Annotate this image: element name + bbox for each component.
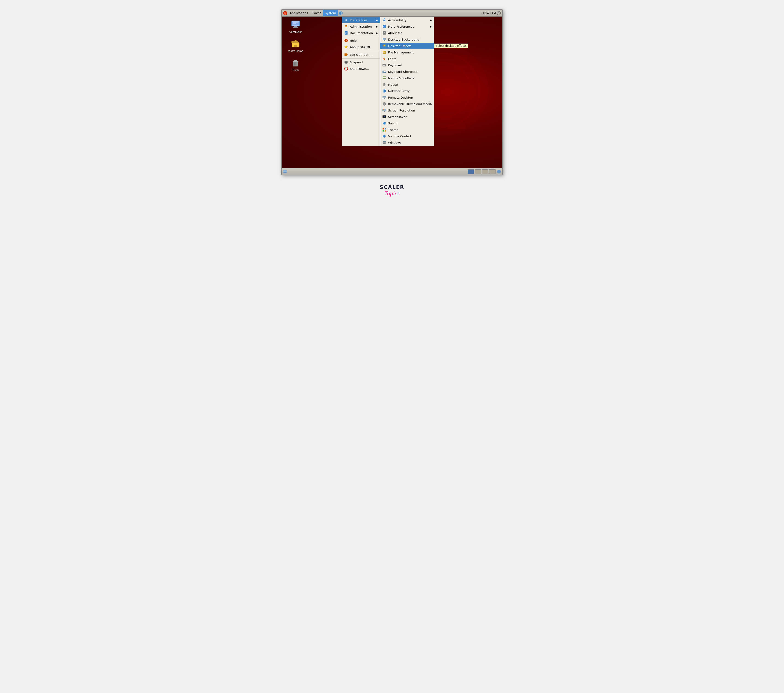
pref-sound[interactable]: Sound: [380, 120, 434, 126]
workspace-1-btn[interactable]: [468, 169, 474, 174]
separator-2: [342, 51, 380, 51]
svg-rect-27: [292, 41, 294, 43]
remote-desktop-icon: [382, 95, 387, 100]
suspend-label: Suspend: [350, 61, 378, 64]
pref-file-management[interactable]: File Management: [380, 49, 434, 56]
svg-rect-84: [385, 71, 385, 72]
svg-rect-83: [384, 71, 385, 72]
desktop-window: Applications Places System 10:49 AM: [281, 9, 503, 175]
pref-network-proxy[interactable]: Network Proxy: [380, 88, 434, 94]
system-menu-item-preferences[interactable]: Preferences ▶: [342, 17, 380, 23]
pref-about-me[interactable]: About Me: [380, 30, 434, 36]
fonts-label: Fonts: [388, 57, 432, 61]
pref-screen-resolution[interactable]: Screen Resolution: [380, 107, 434, 113]
trash-icon-img: [290, 57, 301, 68]
places-menu-btn[interactable]: Places: [310, 10, 323, 16]
remote-desktop-label: Remote Desktop: [388, 96, 432, 99]
gnome-foot-icon: [283, 11, 288, 16]
desktop-effects-label: Desktop Effects: [388, 44, 432, 48]
system-menu-item-shutdown[interactable]: Shut Down...: [342, 66, 380, 72]
help-label: Help: [350, 39, 378, 43]
pref-menus-toolbars[interactable]: Menus & Toolbars: [380, 75, 434, 81]
svg-rect-98: [384, 99, 385, 99]
keyboard-shortcuts-icon: [382, 69, 387, 74]
system-menu-item-help[interactable]: ? Help: [342, 37, 380, 44]
svg-rect-29: [293, 61, 298, 62]
documentation-label: Documentation: [350, 31, 373, 35]
workspace-switcher: [468, 169, 501, 174]
pref-fonts[interactable]: A a Fonts: [380, 56, 434, 62]
fonts-icon: A a: [382, 56, 387, 61]
system-menu-item-suspend[interactable]: Suspend: [342, 59, 380, 66]
pref-theme[interactable]: Theme: [380, 126, 434, 133]
taskbar-bottom: [282, 168, 502, 175]
taskbar-right-side: 10:49 AM: [483, 11, 502, 15]
preferences-arrow: ▶: [376, 19, 378, 21]
svg-rect-63: [383, 38, 385, 40]
system-menu-item-administration[interactable]: Administration ▶: [342, 23, 380, 30]
shutdown-icon: [344, 66, 348, 71]
svg-rect-112: [384, 118, 385, 118]
documentation-arrow: ▶: [376, 32, 378, 34]
svg-rect-78: [385, 65, 385, 65]
preferences-submenu: Accessibility ▶ More Preferences ▶: [380, 16, 434, 146]
pref-desktop-effects[interactable]: Desktop Effects Select desktop effects: [380, 43, 434, 49]
pref-screensaver[interactable]: Screensaver: [380, 113, 434, 120]
pref-volume-control[interactable]: Volume Control: [380, 133, 434, 140]
trash-icon[interactable]: Trash: [287, 57, 305, 72]
pref-mouse[interactable]: Mouse: [380, 81, 434, 88]
svg-point-61: [384, 32, 385, 33]
home-folder-icon[interactable]: root's Home: [287, 38, 305, 53]
system-menu-item-about-gnome[interactable]: About GNOME: [342, 44, 380, 50]
svg-rect-76: [384, 65, 384, 65]
system-menu-item-logout[interactable]: Log Out root...: [342, 51, 380, 58]
svg-text:?: ?: [346, 39, 347, 42]
about-gnome-label: About GNOME: [350, 45, 378, 49]
pref-accessibility[interactable]: Accessibility ▶: [380, 17, 434, 23]
pref-desktop-background[interactable]: Desktop Background: [380, 36, 434, 43]
workspace-4-btn[interactable]: [489, 169, 496, 174]
pref-keyboard[interactable]: Keyboard: [380, 62, 434, 69]
more-preferences-arrow: ▶: [430, 25, 432, 28]
svg-point-67: [383, 45, 384, 46]
svg-rect-37: [346, 18, 346, 19]
workspace-3-btn[interactable]: [482, 169, 488, 174]
svg-point-103: [384, 102, 385, 103]
sound-icon: [382, 121, 387, 126]
keyboard-shortcuts-label: Keyboard Shortcuts: [388, 70, 432, 74]
svg-rect-30: [294, 60, 297, 61]
theme-icon: [382, 127, 387, 132]
system-menu-item-documentation[interactable]: Documentation ▶: [342, 30, 380, 36]
workspace-2-btn[interactable]: [475, 169, 481, 174]
svg-rect-99: [385, 97, 385, 97]
home-folder-icon-img: [290, 38, 301, 49]
scaler-branding: SCALER Topics: [380, 184, 404, 197]
logout-label: Log Out root...: [350, 53, 378, 56]
menus-toolbars-icon: [382, 76, 387, 80]
clock-display: 10:49 AM: [483, 11, 496, 15]
network-proxy-label: Network Proxy: [388, 89, 432, 93]
svg-rect-116: [382, 130, 384, 131]
applications-menu-btn[interactable]: Applications: [288, 10, 310, 16]
volume-control-label: Volume Control: [388, 135, 432, 138]
pref-remote-desktop[interactable]: Remote Desktop: [380, 94, 434, 101]
svg-rect-85: [383, 72, 385, 72]
pref-more-preferences[interactable]: More Preferences ▶: [380, 23, 434, 30]
clock-icon: [497, 11, 501, 15]
svg-point-10: [284, 12, 285, 13]
pref-removable-drives[interactable]: Removable Drives and Media: [380, 101, 434, 107]
svg-rect-117: [385, 130, 386, 131]
svg-rect-114: [382, 128, 384, 130]
svg-rect-74: [382, 64, 386, 66]
svg-rect-105: [383, 110, 386, 111]
sound-label: Sound: [388, 122, 432, 125]
accessibility-arrow: ▶: [430, 19, 432, 21]
pref-keyboard-shortcuts[interactable]: Keyboard Shortcuts: [380, 69, 434, 75]
computer-icon[interactable]: Computer: [287, 19, 305, 33]
svg-rect-86: [383, 77, 386, 77]
pref-windows[interactable]: Windows: [380, 140, 434, 146]
documentation-icon: [344, 31, 348, 35]
svg-point-36: [346, 20, 347, 20]
home-label: root's Home: [288, 49, 303, 53]
system-menu-btn[interactable]: System: [323, 10, 338, 16]
